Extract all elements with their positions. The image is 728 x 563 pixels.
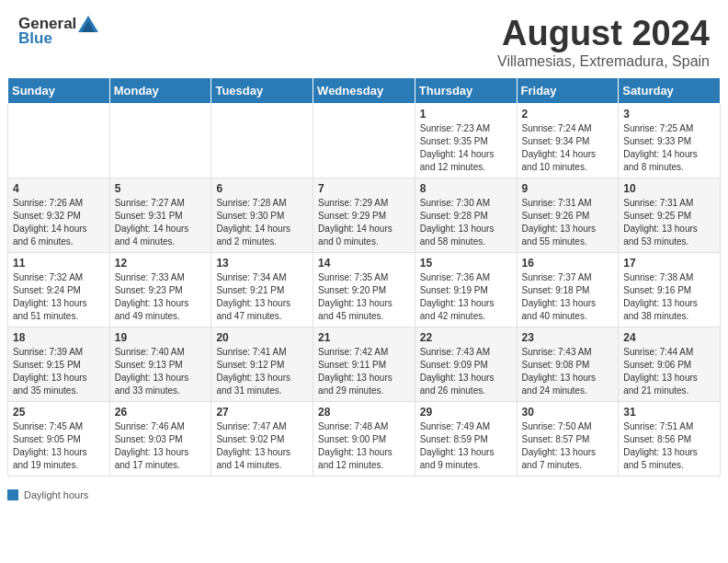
day-info: Sunrise: 7:26 AM Sunset: 9:32 PM Dayligh… (13, 197, 105, 248)
day-number: 5 (115, 182, 207, 195)
calendar-header: SundayMondayTuesdayWednesdayThursdayFrid… (8, 77, 721, 103)
page-title: August 2024 (497, 15, 710, 53)
day-info: Sunrise: 7:45 AM Sunset: 9:05 PM Dayligh… (13, 420, 105, 472)
calendar-cell: 25Sunrise: 7:45 AM Sunset: 9:05 PM Dayli… (8, 401, 110, 476)
daylight-dot (7, 489, 18, 500)
footer-label: Daylight hours (24, 489, 88, 500)
day-number: 26 (115, 406, 207, 419)
page-subtitle: Villamesias, Extremadura, Spain (497, 53, 710, 70)
calendar-cell: 27Sunrise: 7:47 AM Sunset: 9:02 PM Dayli… (211, 401, 313, 476)
calendar-cell: 8Sunrise: 7:30 AM Sunset: 9:28 PM Daylig… (415, 178, 517, 252)
calendar-cell: 24Sunrise: 7:44 AM Sunset: 9:06 PM Dayli… (619, 327, 721, 401)
day-number: 23 (522, 331, 614, 344)
header-day-tuesday: Tuesday (211, 77, 313, 103)
day-number: 15 (420, 257, 512, 270)
header-day-friday: Friday (517, 77, 619, 103)
calendar-week-4: 18Sunrise: 7:39 AM Sunset: 9:15 PM Dayli… (8, 327, 721, 401)
calendar-table: SundayMondayTuesdayWednesdayThursdayFrid… (7, 77, 721, 477)
day-number: 3 (623, 108, 715, 121)
day-number: 10 (623, 182, 715, 195)
calendar-cell: 11Sunrise: 7:32 AM Sunset: 9:24 PM Dayli… (8, 252, 110, 327)
day-info: Sunrise: 7:46 AM Sunset: 9:03 PM Dayligh… (115, 420, 207, 472)
calendar-body: 1Sunrise: 7:23 AM Sunset: 9:35 PM Daylig… (8, 103, 721, 476)
calendar-cell: 2Sunrise: 7:24 AM Sunset: 9:34 PM Daylig… (517, 103, 619, 178)
day-info: Sunrise: 7:30 AM Sunset: 9:28 PM Dayligh… (420, 197, 512, 248)
header-day-wednesday: Wednesday (313, 77, 415, 103)
day-info: Sunrise: 7:41 AM Sunset: 9:12 PM Dayligh… (216, 346, 308, 397)
day-number: 19 (115, 331, 207, 344)
calendar-week-5: 25Sunrise: 7:45 AM Sunset: 9:05 PM Dayli… (8, 401, 721, 476)
day-info: Sunrise: 7:47 AM Sunset: 9:02 PM Dayligh… (216, 420, 308, 472)
header-day-monday: Monday (109, 77, 211, 103)
header-day-saturday: Saturday (619, 77, 721, 103)
day-info: Sunrise: 7:23 AM Sunset: 9:35 PM Dayligh… (420, 122, 512, 174)
day-info: Sunrise: 7:37 AM Sunset: 9:18 PM Dayligh… (522, 271, 614, 323)
calendar-cell (211, 103, 313, 178)
day-number: 17 (623, 257, 715, 270)
calendar-cell: 31Sunrise: 7:51 AM Sunset: 8:56 PM Dayli… (619, 401, 721, 476)
calendar-cell: 7Sunrise: 7:29 AM Sunset: 9:29 PM Daylig… (313, 178, 415, 252)
header-day-sunday: Sunday (8, 77, 110, 103)
day-info: Sunrise: 7:51 AM Sunset: 8:56 PM Dayligh… (623, 420, 715, 472)
day-number: 7 (318, 182, 410, 195)
day-number: 1 (420, 108, 512, 121)
day-number: 22 (420, 331, 512, 344)
calendar-cell: 5Sunrise: 7:27 AM Sunset: 9:31 PM Daylig… (109, 178, 211, 252)
day-info: Sunrise: 7:31 AM Sunset: 9:26 PM Dayligh… (522, 197, 614, 248)
logo-blue-text: Blue (18, 29, 52, 48)
logo: General Blue (18, 15, 98, 48)
day-number: 28 (318, 406, 410, 419)
day-info: Sunrise: 7:24 AM Sunset: 9:34 PM Dayligh… (522, 122, 614, 174)
page-footer: Daylight hours (0, 484, 728, 506)
day-number: 13 (216, 257, 308, 270)
calendar-cell: 23Sunrise: 7:43 AM Sunset: 9:08 PM Dayli… (517, 327, 619, 401)
calendar-cell: 14Sunrise: 7:35 AM Sunset: 9:20 PM Dayli… (313, 252, 415, 327)
header-day-thursday: Thursday (415, 77, 517, 103)
calendar-cell: 1Sunrise: 7:23 AM Sunset: 9:35 PM Daylig… (415, 103, 517, 178)
calendar-cell: 3Sunrise: 7:25 AM Sunset: 9:33 PM Daylig… (619, 103, 721, 178)
day-number: 16 (522, 257, 614, 270)
day-number: 9 (522, 182, 614, 195)
calendar-cell (8, 103, 110, 178)
day-number: 14 (318, 257, 410, 270)
day-info: Sunrise: 7:48 AM Sunset: 9:00 PM Dayligh… (318, 420, 410, 472)
day-info: Sunrise: 7:49 AM Sunset: 8:59 PM Dayligh… (420, 420, 512, 472)
calendar-cell: 6Sunrise: 7:28 AM Sunset: 9:30 PM Daylig… (211, 178, 313, 252)
day-info: Sunrise: 7:32 AM Sunset: 9:24 PM Dayligh… (13, 271, 105, 323)
calendar-cell: 28Sunrise: 7:48 AM Sunset: 9:00 PM Dayli… (313, 401, 415, 476)
day-info: Sunrise: 7:31 AM Sunset: 9:25 PM Dayligh… (623, 197, 715, 248)
logo-icon (78, 16, 98, 32)
day-number: 8 (420, 182, 512, 195)
calendar-week-3: 11Sunrise: 7:32 AM Sunset: 9:24 PM Dayli… (8, 252, 721, 327)
calendar-cell: 29Sunrise: 7:49 AM Sunset: 8:59 PM Dayli… (415, 401, 517, 476)
calendar-wrapper: SundayMondayTuesdayWednesdayThursdayFrid… (0, 77, 728, 484)
calendar-cell: 12Sunrise: 7:33 AM Sunset: 9:23 PM Dayli… (109, 252, 211, 327)
title-block: August 2024 Villamesias, Extremadura, Sp… (497, 15, 710, 70)
day-number: 24 (623, 331, 715, 344)
day-info: Sunrise: 7:50 AM Sunset: 8:57 PM Dayligh… (522, 420, 614, 472)
calendar-week-2: 4Sunrise: 7:26 AM Sunset: 9:32 PM Daylig… (8, 178, 721, 252)
day-info: Sunrise: 7:39 AM Sunset: 9:15 PM Dayligh… (13, 346, 105, 397)
calendar-cell: 17Sunrise: 7:38 AM Sunset: 9:16 PM Dayli… (619, 252, 721, 327)
calendar-cell: 26Sunrise: 7:46 AM Sunset: 9:03 PM Dayli… (109, 401, 211, 476)
header-row: SundayMondayTuesdayWednesdayThursdayFrid… (8, 77, 721, 103)
day-number: 4 (13, 182, 105, 195)
day-number: 2 (522, 108, 614, 121)
day-info: Sunrise: 7:35 AM Sunset: 9:20 PM Dayligh… (318, 271, 410, 323)
calendar-cell: 30Sunrise: 7:50 AM Sunset: 8:57 PM Dayli… (517, 401, 619, 476)
page-header: General Blue August 2024 Villamesias, Ex… (0, 0, 728, 77)
day-info: Sunrise: 7:33 AM Sunset: 9:23 PM Dayligh… (115, 271, 207, 323)
calendar-cell: 19Sunrise: 7:40 AM Sunset: 9:13 PM Dayli… (109, 327, 211, 401)
calendar-cell: 22Sunrise: 7:43 AM Sunset: 9:09 PM Dayli… (415, 327, 517, 401)
day-number: 31 (623, 406, 715, 419)
day-number: 6 (216, 182, 308, 195)
day-info: Sunrise: 7:40 AM Sunset: 9:13 PM Dayligh… (115, 346, 207, 397)
calendar-week-1: 1Sunrise: 7:23 AM Sunset: 9:35 PM Daylig… (8, 103, 721, 178)
calendar-cell: 15Sunrise: 7:36 AM Sunset: 9:19 PM Dayli… (415, 252, 517, 327)
day-number: 11 (13, 257, 105, 270)
day-info: Sunrise: 7:43 AM Sunset: 9:08 PM Dayligh… (522, 346, 614, 397)
calendar-cell (313, 103, 415, 178)
day-number: 21 (318, 331, 410, 344)
calendar-cell: 10Sunrise: 7:31 AM Sunset: 9:25 PM Dayli… (619, 178, 721, 252)
calendar-cell: 18Sunrise: 7:39 AM Sunset: 9:15 PM Dayli… (8, 327, 110, 401)
